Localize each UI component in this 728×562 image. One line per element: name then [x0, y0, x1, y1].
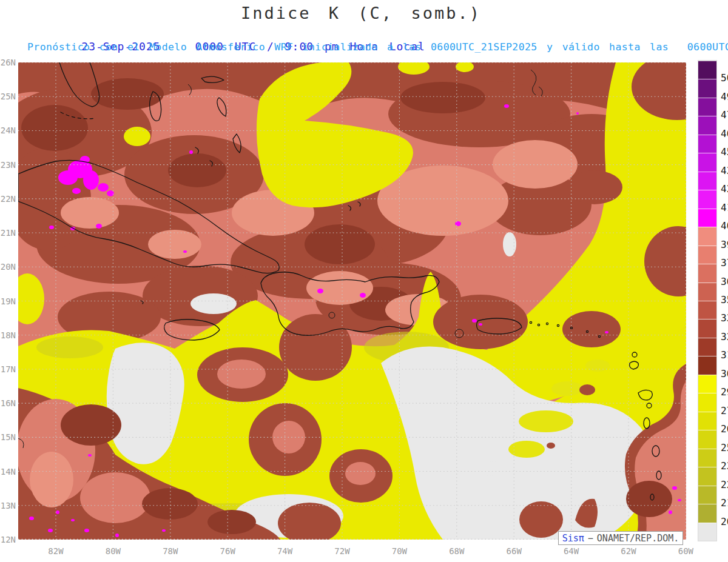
colorbar-tick-label: 35.2 — [721, 295, 728, 306]
shade-south-light-salmon — [30, 452, 73, 507]
colorbar-segment — [698, 319, 716, 337]
colorbar-tick-label: 42.6 — [721, 184, 728, 195]
colorbar-segment — [698, 356, 716, 374]
colorbar-tick-label: 47.8 — [721, 110, 728, 121]
lat-axis: 26N25N24N23N22N21N20N19N18N17N16N15N14N1… — [0, 62, 16, 540]
lon-axis: 82W80W78W76W74W72W70W68W66W64W62W60W — [18, 545, 686, 560]
watermark-brand: Sisπ — [562, 533, 584, 544]
lat-label: 16N — [1, 398, 16, 408]
lat-label: 20N — [1, 262, 16, 272]
watermark-org: ONAMET/REP.DOM. — [597, 533, 679, 544]
weather-map-page: Indice K (C, somb.) 23-Sep-20250000 UTC … — [0, 0, 728, 562]
colorbar-tick-label: 36.5 — [721, 276, 728, 287]
lon-label: 66W — [507, 546, 522, 556]
lat-label: 24N — [1, 125, 16, 135]
colorbar-tick-label: 26.5 — [721, 424, 728, 435]
colorbar-segment — [698, 301, 716, 319]
lat-label: 23N — [1, 160, 16, 170]
lon-label: 82W — [48, 546, 63, 556]
colorbar-segment — [698, 227, 716, 245]
lat-label: 25N — [1, 92, 16, 101]
colorbar-tick-label: 39.1 — [721, 239, 728, 250]
colorbar-tick-label: 37.8 — [721, 258, 728, 269]
colorbar: 5049.147.846.545.243.942.641.34039.137.8… — [698, 60, 717, 540]
colorbar-tick-label: 43.9 — [721, 166, 728, 176]
colorbar-segment — [698, 338, 716, 356]
colorbar-segment — [698, 467, 716, 485]
lon-label: 74W — [277, 546, 292, 556]
lat-label: 19N — [1, 296, 16, 306]
colorbar-tick-label: 50 — [721, 73, 728, 84]
colorbar-segment — [698, 504, 716, 522]
colorbar-segment — [698, 430, 716, 448]
colorbar-segment — [698, 393, 716, 411]
colorbar-tick-label: 49.1 — [721, 92, 728, 102]
colorbar-segment — [698, 412, 716, 430]
colorbar-tick-label: 27.8 — [721, 406, 728, 416]
colorbar-segment — [698, 116, 716, 134]
colorbar-tick-label: 20 — [721, 517, 728, 527]
colorbar-segments — [698, 60, 717, 541]
lat-label: 13N — [1, 501, 16, 510]
colorbar-segment — [698, 264, 716, 282]
colorbar-tick-label: 29.1 — [721, 387, 728, 398]
lat-label: 26N — [1, 58, 16, 67]
map-canvas — [18, 62, 686, 540]
page-title: Indice K (C, somb.) — [0, 4, 722, 22]
lon-label: 64W — [564, 546, 579, 556]
colorbar-tick-label: 33.9 — [721, 313, 728, 324]
colorbar-segment — [698, 61, 716, 79]
lat-label: 18N — [1, 330, 16, 340]
lat-label: 12N — [1, 535, 16, 544]
lon-label: 70W — [392, 546, 407, 556]
lon-label: 80W — [106, 546, 121, 556]
lon-label: 78W — [163, 546, 178, 556]
lat-label: 15N — [1, 432, 16, 442]
colorbar-tick-label: 40 — [721, 221, 728, 232]
lat-label: 21N — [1, 228, 16, 238]
colorbar-tick-label: 23.9 — [721, 461, 728, 472]
colorbar-tick-label: 21.3 — [721, 498, 728, 509]
colorbar-tick-label: 41.3 — [721, 202, 728, 213]
lon-label: 68W — [449, 546, 464, 556]
colorbar-tick-label: 31.3 — [721, 350, 728, 361]
colorbar-segment — [698, 449, 716, 467]
colorbar-segment — [698, 190, 716, 208]
colorbar-segment — [698, 486, 716, 504]
colorbar-tick-label: 45.2 — [721, 147, 728, 158]
colorbar-segment — [698, 283, 716, 301]
map-area — [18, 62, 686, 540]
colorbar-tick-label: 25.2 — [721, 443, 728, 453]
colorbar-tick-label: 46.5 — [721, 129, 728, 139]
lat-label: 22N — [1, 194, 16, 204]
colorbar-segment — [698, 135, 716, 153]
watermark: Sisπ − ONAMET/REP.DOM. — [558, 531, 683, 545]
lon-label: 76W — [220, 546, 235, 556]
colorbar-segment — [698, 79, 716, 97]
forecast-note: Pronóstico con el Modelo Atmósferico WRF… — [27, 41, 728, 53]
lon-label: 62W — [621, 546, 636, 556]
watermark-separator: − — [588, 533, 593, 544]
lat-label: 14N — [1, 467, 16, 477]
colorbar-tick-label: 30 — [721, 369, 728, 380]
colorbar-segment — [698, 246, 716, 264]
colorbar-segment — [698, 375, 716, 393]
colorbar-segment — [698, 98, 716, 116]
colorbar-segment — [698, 523, 716, 541]
colorbar-tick-label: 32.6 — [721, 332, 728, 343]
lon-label: 60W — [678, 546, 693, 556]
colorbar-segment — [698, 153, 716, 171]
lat-label: 17N — [1, 364, 16, 374]
colorbar-segment — [698, 172, 716, 190]
lon-label: 72W — [334, 546, 349, 556]
colorbar-tick-label: 22.6 — [721, 480, 728, 490]
colorbar-segment — [698, 209, 716, 227]
